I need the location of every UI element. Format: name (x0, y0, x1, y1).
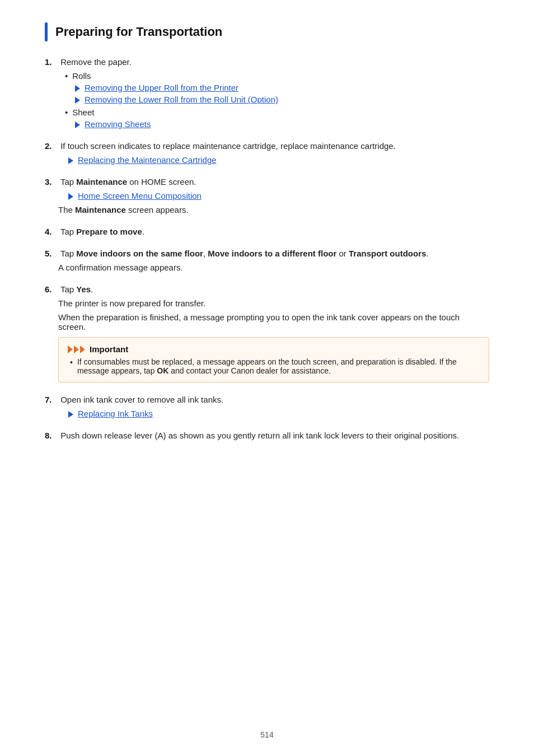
step-1-text: Remove the paper. (58, 57, 489, 67)
sub-links-home-screen: Home Screen Menu Composition (68, 191, 489, 200)
bullet-group-rolls: • Rolls Removing the Upper Roll from the… (65, 71, 489, 104)
step-6: 6. Tap Yes. The printer is now prepared … (45, 284, 489, 382)
step-8-header: 8. Push down release lever (A) as shown … (45, 431, 489, 440)
step-4: 4. Tap Prepare to move. (45, 227, 489, 236)
step-5-num: 5. (45, 249, 58, 258)
step-6-header: 6. Tap Yes. (45, 284, 489, 294)
important-bullet-dot: • (70, 358, 73, 367)
step-3-text: Tap Maintenance on HOME screen. (58, 177, 489, 186)
step-1-num: 1. (45, 57, 58, 67)
arrow-icon-1 (75, 85, 80, 92)
important-box: Important • If consumables must be repla… (58, 337, 489, 382)
page-footer: 514 (0, 730, 534, 739)
arrow-icon-2 (75, 97, 80, 104)
arrow-link-maintenance-cartridge: Replacing the Maintenance Cartridge (68, 155, 489, 165)
step-6-para-1: The printer is now prepared for transfer… (58, 298, 489, 308)
step-7-text: Open ink tank cover to remove all ink ta… (58, 395, 489, 404)
link-upper-roll[interactable]: Removing the Upper Roll from the Printer (85, 83, 238, 92)
arrow-link-removing-sheets: Removing Sheets (75, 119, 489, 129)
arrow-link-lower-roll: Removing the Lower Roll from the Roll Un… (75, 95, 489, 104)
chevron-3 (80, 346, 85, 353)
step-2-num: 2. (45, 141, 58, 151)
step-2-body: Replacing the Maintenance Cartridge (58, 155, 489, 165)
bullet-group-sheet: • Sheet Removing Sheets (65, 108, 489, 129)
step-3-body: Home Screen Menu Composition The Mainten… (58, 191, 489, 214)
important-bullet: • If consumables must be replaced, a mes… (70, 357, 480, 375)
step-2-text: If touch screen indicates to replace mai… (58, 141, 489, 151)
step-7-num: 7. (45, 395, 58, 404)
arrow-icon-3 (75, 122, 80, 128)
step-5: 5. Tap Move indoors on the same floor, M… (45, 249, 489, 272)
blue-bar (45, 22, 48, 41)
link-maintenance-cartridge[interactable]: Replacing the Maintenance Cartridge (78, 155, 217, 165)
page-container: Preparing for Transportation 1. Remove t… (0, 0, 534, 756)
step-6-text: Tap Yes. (58, 284, 489, 294)
step-7-body: Replacing Ink Tanks (58, 409, 489, 418)
bullet-sheet-label: Sheet (72, 108, 94, 117)
link-replacing-ink-tanks[interactable]: Replacing Ink Tanks (78, 409, 153, 418)
step-8-text: Push down release lever (A) as shown as … (58, 431, 489, 440)
sub-links-maintenance: Replacing the Maintenance Cartridge (68, 155, 489, 165)
page-title: Preparing for Transportation (55, 22, 222, 41)
step-6-para-2: When the preparation is finished, a mess… (58, 312, 489, 332)
step-6-num: 6. (45, 284, 58, 294)
chevron-2 (74, 346, 79, 353)
step-2: 2. If touch screen indicates to replace … (45, 141, 489, 165)
step-3-header: 3. Tap Maintenance on HOME screen. (45, 177, 489, 186)
step-5-note: A confirmation message appears. (58, 263, 489, 272)
step-1-body: • Rolls Removing the Upper Roll from the… (58, 71, 489, 129)
bullet-dot-sheet: • (65, 108, 68, 117)
bullet-rolls-label: Rolls (72, 71, 91, 81)
step-3-note: The Maintenance screen appears. (58, 205, 489, 214)
sub-links-rolls: Removing the Upper Roll from the Printer… (75, 83, 489, 104)
arrow-link-upper-roll: Removing the Upper Roll from the Printer (75, 83, 489, 92)
bullet-rolls: • Rolls (65, 71, 489, 81)
page-number: 514 (260, 730, 273, 739)
arrow-link-home-screen: Home Screen Menu Composition (68, 191, 489, 200)
step-7-header: 7. Open ink tank cover to remove all ink… (45, 395, 489, 404)
step-3-num: 3. (45, 177, 58, 186)
step-5-text: Tap Move indoors on the same floor, Move… (58, 249, 489, 258)
step-4-text: Tap Prepare to move. (58, 227, 489, 236)
important-bullet-text: If consumables must be replaced, a messa… (77, 357, 480, 375)
step-8: 8. Push down release lever (A) as shown … (45, 431, 489, 440)
sub-links-sheet: Removing Sheets (75, 119, 489, 129)
step-3: 3. Tap Maintenance on HOME screen. Home … (45, 177, 489, 214)
link-home-screen-menu[interactable]: Home Screen Menu Composition (78, 191, 202, 200)
step-7: 7. Open ink tank cover to remove all ink… (45, 395, 489, 418)
step-2-header: 2. If touch screen indicates to replace … (45, 141, 489, 151)
link-lower-roll[interactable]: Removing the Lower Roll from the Roll Un… (85, 95, 278, 104)
link-removing-sheets[interactable]: Removing Sheets (85, 119, 151, 129)
step-1: 1. Remove the paper. • Rolls Removing th… (45, 57, 489, 129)
step-6-body: The printer is now prepared for transfer… (58, 298, 489, 382)
sub-links-replacing-ink: Replacing Ink Tanks (68, 409, 489, 418)
chevron-1 (68, 346, 73, 353)
step-5-body: A confirmation message appears. (58, 263, 489, 272)
important-title: Important (90, 344, 128, 354)
step-1-header: 1. Remove the paper. (45, 57, 489, 67)
important-chevrons (68, 346, 86, 353)
step-5-header: 5. Tap Move indoors on the same floor, M… (45, 249, 489, 258)
arrow-icon-4 (68, 157, 73, 164)
important-header: Important (68, 344, 480, 354)
arrow-icon-5 (68, 193, 73, 200)
step-8-num: 8. (45, 431, 58, 440)
step-4-num: 4. (45, 227, 58, 236)
arrow-link-replacing-ink: Replacing Ink Tanks (68, 409, 489, 418)
arrow-icon-6 (68, 411, 73, 418)
step-4-header: 4. Tap Prepare to move. (45, 227, 489, 236)
page-title-wrapper: Preparing for Transportation (45, 22, 489, 41)
bullet-sheet: • Sheet (65, 108, 489, 117)
bullet-dot-rolls: • (65, 71, 68, 81)
